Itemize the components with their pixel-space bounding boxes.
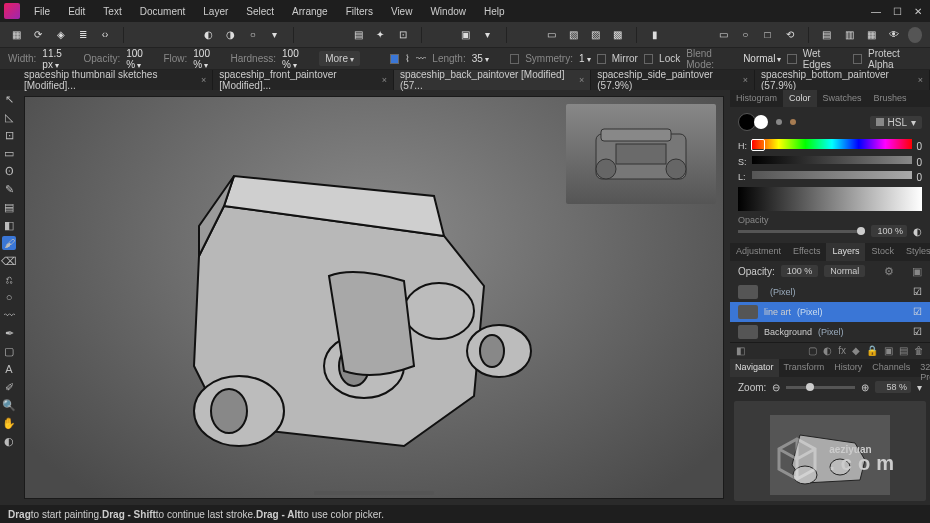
close-tab-icon[interactable]: × (201, 75, 206, 85)
background-swatch[interactable] (754, 115, 768, 129)
crop-icon[interactable]: ⊡ (394, 26, 410, 44)
circle-half-icon[interactable]: ◑ (222, 26, 238, 44)
opacity-value[interactable]: 100 % (126, 48, 157, 70)
add-layer-icon[interactable]: ▤ (899, 345, 908, 356)
horizontal-scrollbar[interactable] (314, 491, 434, 495)
visibility-checkbox[interactable]: ☑ (913, 306, 922, 317)
crop-tool-icon[interactable]: ⊡ (2, 128, 16, 142)
zoom-in-icon[interactable]: ⊕ (861, 382, 869, 393)
layer-opacity-value[interactable]: 100 % (781, 265, 819, 277)
chevron-down-icon[interactable]: ▾ (267, 26, 283, 44)
zoom-value[interactable]: 58 % (875, 381, 911, 393)
eye-icon[interactable]: 👁 (886, 26, 902, 44)
lasso-tool-icon[interactable]: ʘ (2, 164, 16, 178)
panel-icon[interactable]: ▮ (647, 26, 663, 44)
swatch-tool-icon[interactable]: ◐ (2, 434, 16, 448)
menu-text[interactable]: Text (95, 3, 129, 20)
zoom-tool-icon[interactable]: 🔍 (2, 398, 16, 412)
close-icon[interactable]: ✕ (914, 6, 922, 17)
layers-icon[interactable]: ▭ (543, 26, 559, 44)
mask-icon[interactable]: ▣ (458, 26, 474, 44)
shape-tool-icon[interactable]: ▢ (2, 344, 16, 358)
tab-channels[interactable]: Channels (867, 359, 915, 377)
color-mode-select[interactable]: HSL▾ (870, 116, 922, 129)
menu-window[interactable]: Window (422, 3, 474, 20)
delete-layer-icon[interactable]: 🗑 (914, 345, 924, 356)
brush-select-tool-icon[interactable]: ✎ (2, 182, 16, 196)
text-tool-icon[interactable]: A (2, 362, 16, 376)
circle-empty-icon[interactable]: ○ (245, 26, 261, 44)
blendmode-value[interactable]: Normal (743, 53, 781, 64)
circle-fill-icon[interactable]: ◐ (200, 26, 216, 44)
tag-layer-icon[interactable]: ◆ (852, 345, 860, 356)
move-tool-icon[interactable]: ↖ (2, 92, 16, 106)
width-value[interactable]: 11.5 px (42, 48, 77, 70)
fill-icon[interactable]: ▥ (841, 26, 857, 44)
symmetry-value[interactable]: 1 (579, 53, 591, 64)
clone-tool-icon[interactable]: ⎌ (2, 272, 16, 286)
mask-layer-icon[interactable]: ▢ (808, 345, 817, 356)
s-value[interactable]: 0 (916, 157, 922, 168)
blend-ranges-icon[interactable]: ◧ (736, 345, 745, 356)
tab-stock[interactable]: Stock (865, 243, 900, 260)
l-value[interactable]: 0 (916, 172, 922, 183)
gradient-tool-icon[interactable]: ◧ (2, 218, 16, 232)
lock-checkbox[interactable] (644, 54, 653, 64)
tab-swatches[interactable]: Swatches (817, 90, 868, 107)
layer-blend-select[interactable]: Normal (824, 265, 865, 277)
menu-arrange[interactable]: Arrange (284, 3, 336, 20)
menu-edit[interactable]: Edit (60, 3, 93, 20)
selection-tool-icon[interactable]: ▦ (8, 26, 24, 44)
cube-icon[interactable]: ◈ (52, 26, 68, 44)
symmetry-checkbox[interactable] (510, 54, 519, 64)
lock-layer-icon[interactable]: 🔒 (866, 345, 878, 356)
layer-name[interactable]: line art (764, 307, 791, 317)
menu-view[interactable]: View (383, 3, 421, 20)
close-tab-icon[interactable]: × (918, 75, 923, 85)
rectangle-icon[interactable]: ▭ (715, 26, 731, 44)
close-tab-icon[interactable]: × (382, 75, 387, 85)
paintbrush-tool-icon[interactable]: 🖌 (2, 236, 16, 250)
share-icon[interactable]: ‹› (97, 26, 113, 44)
adjustment-layer-icon[interactable]: ◐ (823, 345, 832, 356)
minimize-icon[interactable]: — (871, 6, 881, 17)
opacity-slider[interactable] (738, 230, 865, 233)
sat-slider[interactable] (752, 156, 912, 164)
tab-back-paintover[interactable]: spaceship_back_paintover [Modified] (57.… (394, 70, 591, 90)
h-value[interactable]: 0 (916, 141, 922, 152)
tab-32bit[interactable]: 32-bit Preview (915, 359, 930, 377)
rotate-icon[interactable]: ⟳ (30, 26, 46, 44)
menu-help[interactable]: Help (476, 3, 513, 20)
light-slider[interactable] (752, 171, 912, 179)
menu-document[interactable]: Document (132, 3, 194, 20)
dodge-tool-icon[interactable]: ○ (2, 290, 16, 304)
pen-tool-icon[interactable]: ✒ (2, 326, 16, 340)
tab-effects[interactable]: Effects (787, 243, 826, 260)
visibility-checkbox[interactable]: ☑ (913, 326, 922, 337)
menu-file[interactable]: File (26, 3, 58, 20)
recent-swatch-icon[interactable] (790, 119, 796, 125)
visibility-checkbox[interactable]: ☑ (913, 286, 922, 297)
navigator-preview[interactable] (734, 401, 926, 501)
layer-item[interactable]: line art (Pixel) ☑ (730, 302, 930, 322)
nav-menu-icon[interactable]: ▾ (917, 382, 922, 393)
tab-navigator[interactable]: Navigator (730, 359, 779, 377)
align-icon[interactable]: ≣ (75, 26, 91, 44)
grid-icon[interactable]: ▤ (350, 26, 366, 44)
tab-bottom-paintover[interactable]: spaceship_bottom_paintover (57.9%)× (755, 70, 930, 90)
smudge-tool-icon[interactable]: 〰 (2, 308, 16, 322)
tab-side-paintover[interactable]: spaceship_side_paintover (57.9%)× (591, 70, 755, 90)
wand-icon[interactable]: ✦ (372, 26, 388, 44)
sync-icon[interactable]: ⟲ (782, 26, 798, 44)
hue-slider[interactable] (752, 139, 912, 149)
layer-menu-icon[interactable]: ▣ (912, 265, 922, 278)
node-tool-icon[interactable]: ◺ (2, 110, 16, 124)
swatch-a-icon[interactable]: ▧ (565, 26, 581, 44)
square-icon[interactable]: □ (759, 26, 775, 44)
noise-toggle-icon[interactable]: ◐ (913, 226, 922, 237)
tab-adjustment[interactable]: Adjustment (730, 243, 787, 260)
tab-brushes[interactable]: Brushes (868, 90, 913, 107)
stabilizer-mode-icon[interactable]: 〰 (416, 53, 426, 64)
zoom-out-icon[interactable]: ⊖ (772, 382, 780, 393)
erase-tool-icon[interactable]: ⌫ (2, 254, 16, 268)
